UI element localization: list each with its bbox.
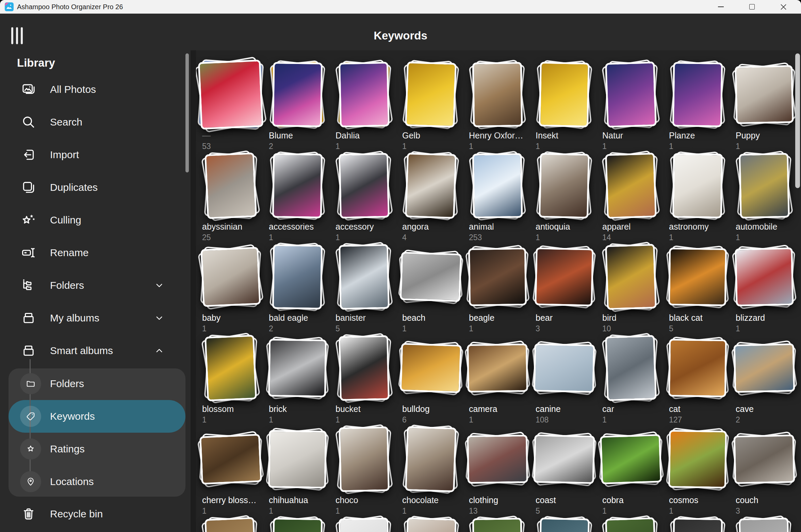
keyword-tile[interactable]: abyssinian 25: [197, 152, 264, 243]
keyword-tile[interactable]: [531, 516, 598, 532]
keyword-label: bulldog: [402, 404, 464, 414]
keyword-tile[interactable]: cat 127: [664, 334, 731, 425]
keyword-tile[interactable]: — 53: [197, 61, 264, 152]
keyword-tile[interactable]: banister 5: [331, 243, 397, 334]
sidebar-item-folders[interactable]: Folders: [0, 275, 185, 296]
keyword-count: 1: [536, 142, 598, 151]
keyword-tile[interactable]: Natur 1: [598, 61, 664, 152]
sidebar-item-culling[interactable]: Culling: [0, 210, 185, 230]
photo-stack: [733, 425, 796, 493]
duplicates-icon: [21, 180, 36, 195]
keyword-tile[interactable]: Puppy 1: [731, 61, 798, 152]
keyword-label: Natur: [602, 131, 664, 140]
keyword-tile[interactable]: [264, 516, 331, 532]
photo-stack: [733, 243, 796, 311]
keyword-tile[interactable]: brick 1: [264, 334, 331, 425]
sidebar-item-all-photos[interactable]: All Photos: [0, 79, 185, 100]
keyword-tile[interactable]: baby 1: [197, 243, 264, 334]
keyword-tile[interactable]: bald eagle 2: [264, 243, 331, 334]
photo-stack: [533, 152, 595, 220]
keyword-count: 1: [602, 415, 664, 425]
keyword-tile[interactable]: [664, 516, 731, 532]
keyword-tile[interactable]: Insekt 1: [531, 61, 598, 152]
sidebar-item-rename[interactable]: Rename: [0, 243, 185, 263]
photo-stack: [333, 152, 395, 220]
keyword-label: Dahlia: [336, 131, 397, 140]
keyword-tile[interactable]: [598, 516, 664, 532]
keyword-count: 1: [202, 415, 264, 425]
keyword-tile[interactable]: beagle 1: [464, 243, 531, 334]
keyword-tile[interactable]: coast 5: [531, 425, 598, 516]
keyword-tile[interactable]: angora 4: [397, 152, 464, 243]
keyword-tile[interactable]: [464, 516, 531, 532]
close-button[interactable]: [775, 0, 791, 14]
chevron-down-icon[interactable]: [154, 313, 165, 323]
sidebar-scrollbar-thumb[interactable]: [185, 53, 189, 172]
keyword-tile[interactable]: [731, 516, 798, 532]
keyword-tile[interactable]: blizzard 1: [731, 243, 798, 334]
keyword-tile[interactable]: accessories 1: [264, 152, 331, 243]
keyword-tile[interactable]: blossom 1: [197, 334, 264, 425]
keyword-tile[interactable]: cave 2: [731, 334, 798, 425]
sidebar-item-search[interactable]: Search: [0, 112, 185, 132]
sidebar-item-import[interactable]: Import: [0, 145, 185, 165]
keyword-tile[interactable]: canine 108: [531, 334, 598, 425]
keyword-count: 14: [602, 233, 664, 242]
keyword-tile[interactable]: automobile 1: [731, 152, 798, 243]
keyword-tile[interactable]: animal 253: [464, 152, 531, 243]
keyword-tile[interactable]: cosmos 1: [664, 425, 731, 516]
keyword-tile[interactable]: bird 10: [598, 243, 664, 334]
keyword-tile[interactable]: chocolate 1: [397, 425, 464, 516]
chevron-down-icon[interactable]: [154, 280, 165, 291]
content-left-gutter: [191, 50, 196, 532]
sidebar-item-recycle-bin[interactable]: Recycle bin: [0, 504, 185, 524]
keyword-tile[interactable]: apparel 14: [598, 152, 664, 243]
keyword-tile[interactable]: Gelb 1: [397, 61, 464, 152]
keyword-tile[interactable]: Dahlia 1: [331, 61, 397, 152]
keyword-tile[interactable]: beach 1: [397, 243, 464, 334]
photo-stack: [600, 61, 662, 129]
keyword-tile[interactable]: bucket 1: [331, 334, 397, 425]
keyword-tile[interactable]: car 1: [598, 334, 664, 425]
photo-stack: [466, 516, 529, 532]
keyword-thumbnail: [600, 434, 662, 484]
keyword-tile[interactable]: Henry Oxfor… 1: [464, 61, 531, 152]
keyword-label: accessory: [336, 222, 397, 232]
sidebar-item-smart-albums[interactable]: Smart albums: [0, 340, 185, 361]
keyword-count: 1: [336, 142, 397, 151]
keyword-tile[interactable]: antioquia 1: [531, 152, 598, 243]
keyword-tile[interactable]: [397, 516, 464, 532]
keyword-tile[interactable]: accessory 1: [331, 152, 397, 243]
keyword-tile[interactable]: cherry bloss… 1: [197, 425, 264, 516]
sidebar-item-my-albums[interactable]: My albums: [0, 308, 185, 328]
keyword-tile[interactable]: [331, 516, 397, 532]
sidebar-item-duplicates[interactable]: Duplicates: [0, 177, 185, 198]
keyword-label: Blume: [269, 131, 331, 140]
keyword-tile[interactable]: [197, 516, 264, 532]
keyword-tile[interactable]: cobra 1: [598, 425, 664, 516]
keyword-thumbnail: [739, 517, 790, 532]
maximize-button[interactable]: [744, 0, 760, 14]
keyword-tile[interactable]: Blume 2: [264, 61, 331, 152]
chevron-up-icon[interactable]: [154, 345, 165, 356]
keyword-tile[interactable]: camera 1: [464, 334, 531, 425]
sidebar-subitem-keywords[interactable]: Keywords: [0, 406, 185, 427]
keyword-label: accessories: [269, 222, 331, 232]
keyword-tile[interactable]: black cat 5: [664, 243, 731, 334]
keyword-label: bald eagle: [269, 313, 331, 323]
keyword-label: cosmos: [669, 495, 731, 505]
sidebar-subitem-ratings[interactable]: Ratings: [0, 438, 185, 460]
keyword-tile[interactable]: couch 3: [731, 425, 798, 516]
keyword-tile[interactable]: choco 1: [331, 425, 397, 516]
keyword-tile[interactable]: astronomy 1: [664, 152, 731, 243]
sidebar-subitem-locations[interactable]: Locations: [0, 471, 185, 492]
keyword-tile[interactable]: Planze 1: [664, 61, 731, 152]
minimize-button[interactable]: [713, 0, 729, 14]
keyword-tile[interactable]: clothing 13: [464, 425, 531, 516]
grid-scrollbar-thumb[interactable]: [795, 53, 800, 188]
keyword-tile[interactable]: chihuahua 1: [264, 425, 331, 516]
keyword-tile[interactable]: bulldog 6: [397, 334, 464, 425]
keyword-tile[interactable]: bear 3: [531, 243, 598, 334]
sidebar-item-label: Culling: [50, 214, 81, 226]
sidebar-subitem-folders[interactable]: Folders: [0, 373, 185, 394]
